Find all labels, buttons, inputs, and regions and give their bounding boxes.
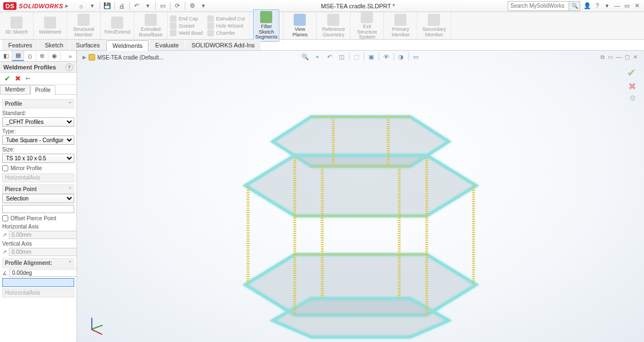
vertical-axis-input[interactable] <box>9 248 76 256</box>
panel-expand-icon[interactable]: » <box>64 51 76 61</box>
rebuild-icon[interactable]: ⟳ <box>173 1 183 11</box>
confirm-cancel-icon[interactable]: ✖ <box>628 80 636 93</box>
select-icon[interactable]: ▭ <box>158 1 168 11</box>
cmd-weld-bead[interactable]: Weld Bead <box>170 30 203 36</box>
app-logo: DS SOLIDWORKS ▸ <box>0 2 72 10</box>
cmd-structural-member[interactable]: Structural Member <box>70 14 97 38</box>
home-icon[interactable]: ⌂ <box>76 1 86 11</box>
cmd-secondary-member[interactable]: Secondary Member <box>421 14 447 38</box>
cmd-chamfer[interactable]: Chamfer <box>207 30 245 36</box>
property-manager-tab-icon[interactable]: ▦ <box>12 51 24 61</box>
cmd-exit-structure-system[interactable]: Exit Structure System <box>354 11 380 41</box>
feature-manager-tab-icon[interactable]: ◧ <box>0 51 12 61</box>
cmd-extruded-boss[interactable]: Extruded Boss/Base <box>137 14 164 38</box>
breadcrumb-arrow-icon[interactable]: ▶ <box>82 55 86 60</box>
tab-features[interactable]: Features <box>2 40 38 50</box>
pm-title-bar: Weldment Profiles ? <box>0 62 76 73</box>
open-icon[interactable]: ▾ <box>87 1 97 11</box>
breadcrumb-part-name[interactable]: MSE-TEA cradle (Default... <box>97 55 163 61</box>
cmd-trim-extend[interactable]: Trim/Extend <box>104 17 130 35</box>
display-style-icon[interactable]: ▣ <box>366 52 376 62</box>
ds-logo-icon: DS <box>3 2 16 10</box>
pushpin-icon[interactable]: ➳ <box>25 75 30 82</box>
options-icon[interactable]: ⚙ <box>188 1 197 11</box>
section-profile-alignment[interactable]: Profile Alignment:˄ <box>2 258 74 268</box>
cmd-weldment[interactable]: Weldment <box>37 17 63 35</box>
prev-view-icon[interactable]: ↶ <box>324 52 334 62</box>
cancel-button[interactable]: ✖ <box>15 74 21 83</box>
subtab-member[interactable]: Member <box>0 85 30 94</box>
section-view-icon[interactable]: ◫ <box>337 52 346 62</box>
chevron-up-icon: ˄ <box>69 101 71 107</box>
save-icon[interactable]: 💾 <box>102 1 112 11</box>
view-orientation-icon[interactable]: ⬚ <box>351 52 361 62</box>
search-box[interactable]: 🔍 <box>508 1 580 11</box>
confirm-check-icon[interactable]: ✔ <box>627 66 636 79</box>
cmd-primary-member[interactable]: Primary Member <box>387 14 414 38</box>
offset-pierce-checkbox[interactable] <box>2 215 8 221</box>
part-icon <box>89 54 95 61</box>
mirror-profile-checkbox[interactable] <box>2 165 8 171</box>
size-select[interactable]: TS 10 x 10 x 0.5 <box>2 154 74 163</box>
cmd-reference-geometry[interactable]: Reference Geometry <box>320 14 346 38</box>
scene-icon[interactable]: ▭ <box>411 52 421 62</box>
horizontal-axis-label: Horizontal Axis <box>2 224 74 230</box>
cmd-hole-wizard[interactable]: Hole Wizard <box>207 23 245 29</box>
hide-show-icon[interactable]: 👁 <box>381 52 391 62</box>
confirm-options-icon[interactable]: ⚙ <box>629 94 636 102</box>
cmd-gusset[interactable]: Gusset <box>170 23 203 29</box>
cmd-end-cap[interactable]: End Cap <box>170 15 203 22</box>
search-input[interactable] <box>508 3 569 9</box>
svg-marker-1 <box>245 155 476 216</box>
size-label: Size: <box>2 146 74 153</box>
type-select[interactable]: Tube Square - Configured <box>2 135 74 145</box>
cmd-3d-sketch[interactable]: 3D Sketch <box>3 17 30 35</box>
close-button[interactable]: ✕ <box>633 2 641 9</box>
pm-help-icon[interactable]: ? <box>65 63 73 71</box>
horizontal-axis-input[interactable] <box>9 231 76 239</box>
vp-minimize-icon[interactable]: — <box>616 54 621 61</box>
dropdown-icon[interactable]: ▾ <box>199 1 208 11</box>
zoom-fit-icon[interactable]: 🔍 <box>300 52 310 62</box>
tab-evaluate[interactable]: Evaluate <box>149 40 185 50</box>
vp-restore-icon[interactable]: ▭ <box>608 54 613 61</box>
ok-button[interactable]: ✔ <box>4 74 10 83</box>
vp-close-icon[interactable]: ✕ <box>633 54 637 61</box>
dimxpert-tab-icon[interactable]: ⊕ <box>36 51 48 61</box>
tab-addins[interactable]: SOLIDWORKS Add-Ins <box>185 40 261 50</box>
vp-maximize-icon[interactable]: ▢ <box>625 54 630 61</box>
cmd-extruded-cut[interactable]: Extruded Cut <box>207 15 245 22</box>
restore-button[interactable]: ▭ <box>623 2 631 9</box>
minimize-button[interactable]: — <box>613 2 621 9</box>
search-button[interactable]: 🔍 <box>569 2 580 10</box>
pierce-selection-select[interactable]: Selection <box>2 194 74 203</box>
graphics-viewport[interactable]: ▶ MSE-TEA cradle (Default... 🔍 ⌖ ↶ ◫ ⬚ ▣… <box>77 51 644 342</box>
cmd-view-planes[interactable]: View Planes <box>287 14 313 38</box>
display-manager-tab-icon[interactable]: ◉ <box>48 51 60 61</box>
pm-ok-cancel-row: ✔ ✖ ➳ <box>0 73 76 85</box>
zoom-area-icon[interactable]: ⌖ <box>312 52 322 62</box>
undo-icon[interactable]: ↶ <box>132 1 142 11</box>
tab-sketch[interactable]: Sketch <box>38 40 69 50</box>
help-icon[interactable]: ? <box>593 2 601 9</box>
alignment-selection-input[interactable] <box>2 278 74 287</box>
heads-up-view-toolbar: 🔍 ⌖ ↶ ◫ ⬚ ▣ 👁 ◑ ▭ <box>300 52 421 62</box>
tab-weldments[interactable]: Weldments <box>106 40 148 51</box>
chevron-up-icon: ˄ <box>69 187 71 192</box>
orientation-triad[interactable] <box>87 312 109 334</box>
vp-dock-icon[interactable]: ⧉ <box>601 54 604 61</box>
cmd-filter-sketch-segments[interactable]: Filter Sketch Segments <box>253 9 279 42</box>
pierce-selection-input[interactable] <box>2 205 74 213</box>
appearance-icon[interactable]: ◑ <box>396 52 406 62</box>
alignment-angle-input[interactable] <box>9 269 76 277</box>
print-icon[interactable]: 🖨 <box>117 1 127 11</box>
user-icon[interactable]: 👤 <box>584 2 591 9</box>
redo-icon[interactable]: ▾ <box>143 1 153 11</box>
section-profile[interactable]: Profile˄ <box>2 99 74 108</box>
configuration-manager-tab-icon[interactable]: ⎙ <box>24 51 36 61</box>
tab-surfaces[interactable]: Surfaces <box>70 40 106 50</box>
standard-select[interactable]: _CFHT Profiles <box>2 117 74 127</box>
section-pierce-point[interactable]: Pierce Point˄ <box>2 184 74 194</box>
subtab-profile[interactable]: Profile <box>30 85 56 95</box>
alignment-axis-field: HorizontalAxis <box>2 289 74 297</box>
